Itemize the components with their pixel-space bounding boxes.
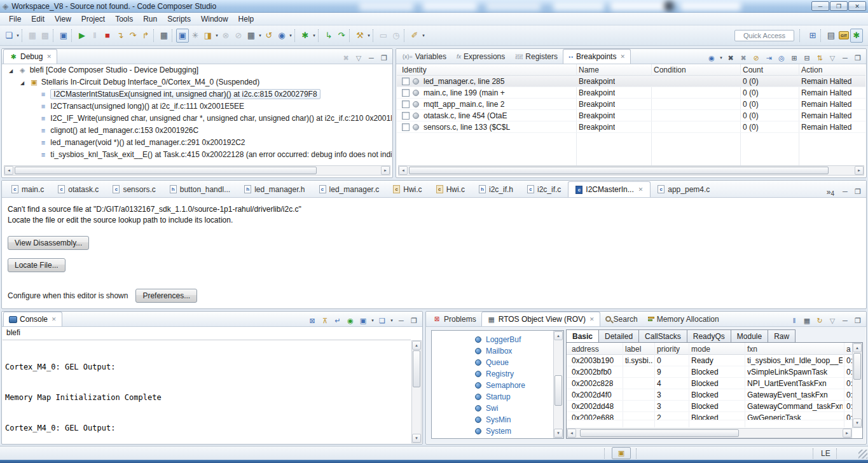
stack-frame[interactable]: ≡ I2C_IF_Write(unsigned char, unsigned c… xyxy=(3,113,392,125)
scroll-track[interactable] xyxy=(853,352,862,418)
scroll-left-icon[interactable]: ◄ xyxy=(567,429,576,438)
editor-tab-active[interactable]: cI2CMasterIn...✕ xyxy=(568,181,651,197)
debug-dropdown-icon[interactable]: ▾ xyxy=(312,33,317,38)
breakpoint-checkbox[interactable] xyxy=(402,112,410,120)
tab-module[interactable]: Module xyxy=(731,329,768,343)
quick-access-button[interactable]: Quick Access xyxy=(734,30,794,41)
sync-icon[interactable]: ⇅ xyxy=(814,52,825,64)
column-identity[interactable]: Identity xyxy=(402,66,427,74)
stack-frame[interactable]: ≡ led_manager(void *)() at led_manager.c… xyxy=(3,137,392,149)
target-configuration-dropdown-icon[interactable]: ▾ xyxy=(288,33,293,38)
task-row[interactable]: 0x2002e688 2 Blocked GwGenericTask 0: xyxy=(567,412,852,420)
scroll-down-icon[interactable]: ▼ xyxy=(853,418,862,427)
menu-project[interactable]: Project xyxy=(76,13,110,25)
maximize-view-icon[interactable]: ❐ xyxy=(408,315,420,326)
close-tab-icon[interactable]: ✕ xyxy=(52,316,57,322)
console-view-icon[interactable]: ▣ xyxy=(57,29,70,43)
scroll-up-icon[interactable]: ▲ xyxy=(412,341,421,350)
task-row[interactable]: 0x2002c828 4 Blocked NPI_UartEventTaskFx… xyxy=(567,378,852,389)
target-status-icon[interactable]: ▣ xyxy=(612,447,631,459)
flash-device-dropdown-icon[interactable]: ▾ xyxy=(258,33,263,38)
clear-console-icon[interactable]: ⊠ xyxy=(307,315,318,326)
rov-table-vertical-scrollbar[interactable]: ▲ ▼ xyxy=(852,343,862,428)
column-fxn[interactable]: fxn xyxy=(747,345,757,354)
editor-tab[interactable]: cotatask.c xyxy=(51,181,106,197)
console-vertical-scrollbar[interactable]: ▲ ▼ xyxy=(411,340,422,443)
editor-tab[interactable]: cled_manager.c xyxy=(312,181,387,197)
scroll-track[interactable] xyxy=(408,166,855,175)
tab-raw[interactable]: Raw xyxy=(768,329,796,343)
tab-readyqs[interactable]: ReadyQs xyxy=(687,329,731,343)
scroll-up-icon[interactable]: ▲ xyxy=(853,343,862,352)
menu-run[interactable]: Run xyxy=(138,13,162,25)
editor-tab[interactable]: ci2c_if.c xyxy=(520,181,568,197)
minimize-view-icon[interactable]: ─ xyxy=(396,315,407,326)
tab-rov[interactable]: ▦ RTOS Object View (ROV) ✕ xyxy=(481,312,600,326)
new-file-icon[interactable]: ❏ xyxy=(3,29,15,43)
scroll-right-icon[interactable]: ► xyxy=(843,429,851,438)
tree-expanded-icon[interactable]: ◢ xyxy=(18,77,27,88)
maximize-view-icon[interactable]: ❐ xyxy=(852,315,864,326)
tab-search[interactable]: Search xyxy=(600,312,643,326)
menu-view[interactable]: View xyxy=(50,13,76,25)
menu-tools[interactable]: Tools xyxy=(110,13,138,25)
minimize-window-button[interactable]: ─ xyxy=(811,1,829,11)
breakpoint-checkbox[interactable] xyxy=(402,78,410,85)
remove-all-breakpoints-icon[interactable]: ✖ xyxy=(738,52,749,64)
tab-problems[interactable]: ⊠ Problems xyxy=(427,312,481,326)
scroll-thumb[interactable] xyxy=(853,353,861,380)
pin-console-icon[interactable]: ◉ xyxy=(345,315,356,326)
minimize-view-icon[interactable]: ─ xyxy=(839,186,851,197)
rov-tree-item[interactable]: System xyxy=(432,425,563,437)
minimize-view-icon[interactable]: ─ xyxy=(366,52,377,64)
ccs-debug-perspective-icon[interactable]: ✱ xyxy=(850,29,863,43)
open-console-dropdown-icon[interactable]: ▾ xyxy=(389,318,394,323)
connect-target-icon[interactable]: ⊗ xyxy=(219,29,232,43)
scroll-thumb[interactable] xyxy=(15,167,317,174)
tab-registers[interactable]: 10100101 Registers xyxy=(510,49,563,64)
new-breakpoint-icon[interactable]: ◉ xyxy=(706,52,717,64)
rov-tree-item[interactable]: Semaphore xyxy=(432,380,563,391)
build-dropdown-icon[interactable]: ▾ xyxy=(366,33,371,38)
wand-icon[interactable]: ✳ xyxy=(189,29,202,43)
new-file-dropdown-icon[interactable]: ▾ xyxy=(15,33,20,38)
flash-device-icon[interactable]: ▦ xyxy=(245,29,258,43)
breakpoint-row[interactable]: sensors.c, line 133 ($C$L Breakpoint 0 (… xyxy=(397,121,865,133)
column-address[interactable]: address xyxy=(572,345,599,354)
tab-basic[interactable]: Basic xyxy=(566,329,599,343)
menu-window[interactable]: Window xyxy=(196,13,233,25)
debug-thread-node[interactable]: ◢ ▣ Stellaris In-Circuit Debug Interface… xyxy=(3,76,392,88)
editor-tab[interactable]: hled_manager.h xyxy=(237,181,312,197)
tab-detailed[interactable]: Detailed xyxy=(599,329,639,343)
breakpoint-row[interactable]: mqtt_app_main.c, line 2 Breakpoint 0 (0)… xyxy=(397,99,865,110)
task-row[interactable]: 0x2002dd48 3 Blocked GatewayCommand_task… xyxy=(567,401,852,412)
tools-screwdriver-icon[interactable]: ✐ xyxy=(408,29,421,43)
tab-memory-allocation[interactable]: Memory Allocation xyxy=(643,312,724,326)
step-into-icon[interactable]: ↴ xyxy=(114,29,127,43)
close-tab-icon[interactable]: ✕ xyxy=(46,53,52,60)
scroll-track[interactable] xyxy=(412,350,421,434)
new-target-configuration-icon[interactable]: ◉ xyxy=(275,29,288,43)
scroll-track[interactable] xyxy=(554,340,563,429)
breakpoint-checkbox[interactable] xyxy=(402,123,410,131)
editor-tab[interactable]: capp_pem4.c xyxy=(651,181,717,197)
column-count[interactable]: Count xyxy=(743,66,763,74)
column-action[interactable]: Action xyxy=(801,66,822,74)
debug-horizontal-scrollbar[interactable]: ◄ ► xyxy=(4,165,390,176)
editor-tab[interactable]: hi2c_if.h xyxy=(472,181,520,197)
column-mode[interactable]: mode xyxy=(691,345,710,354)
resume-icon[interactable]: ▶ xyxy=(76,29,88,43)
scroll-lock-icon[interactable]: ⊼ xyxy=(319,315,331,326)
scroll-track[interactable] xyxy=(13,166,381,175)
menu-scripts[interactable]: Scripts xyxy=(162,13,196,25)
show-breakpoints-icon[interactable]: ⊘ xyxy=(750,52,762,64)
scroll-thumb[interactable] xyxy=(555,375,562,406)
close-window-button[interactable]: ✕ xyxy=(848,1,866,11)
stack-frame[interactable]: ≡ I2CMasterIntStatusEx(unsigned int, uns… xyxy=(3,88,392,100)
minimize-view-icon[interactable]: ─ xyxy=(839,315,851,326)
rov-tree-item[interactable]: Swi xyxy=(432,403,563,414)
expand-all-icon[interactable]: ⊞ xyxy=(789,52,800,64)
show-debug-view-icon[interactable]: ▣ xyxy=(176,29,189,43)
registers-grid-icon[interactable]: ▦ xyxy=(158,29,170,43)
scroll-thumb[interactable] xyxy=(409,167,829,174)
